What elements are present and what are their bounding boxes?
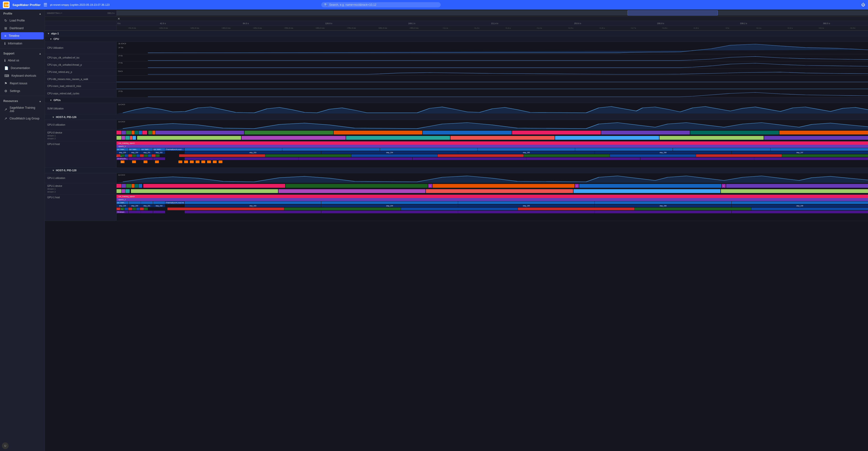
event-block[interactable] bbox=[245, 131, 333, 134]
sidebar-item-sagemaker-training[interactable]: ↗ SageMaker Training Job bbox=[1, 104, 44, 114]
epoch1-bar-gpu1[interactable]: epoch_1 bbox=[117, 198, 868, 201]
event-block[interactable] bbox=[451, 136, 554, 140]
step-block[interactable] bbox=[321, 201, 458, 204]
opt-block[interactable] bbox=[136, 154, 140, 157]
step-block[interactable]: run_traini... bbox=[117, 148, 128, 151]
cpu-group-header[interactable]: ▼ CPU bbox=[45, 36, 868, 42]
gpu0-util-chart[interactable]: 100 bbox=[117, 120, 868, 129]
step-num-block[interactable]: step_237 bbox=[732, 151, 868, 154]
event-block[interactable] bbox=[512, 131, 601, 134]
bwd-block[interactable] bbox=[284, 208, 401, 210]
bwd-block[interactable] bbox=[144, 208, 148, 210]
fwd-block[interactable] bbox=[438, 154, 524, 157]
event-block[interactable] bbox=[334, 131, 422, 134]
bwd-block[interactable] bbox=[524, 154, 610, 157]
sidebar-item-about-us[interactable]: ℹ About us bbox=[1, 57, 44, 64]
profile-chevron[interactable]: ▲ bbox=[39, 12, 41, 15]
step-num-block[interactable]: step_229 bbox=[117, 205, 128, 207]
step-block[interactable] bbox=[153, 201, 165, 204]
event-block[interactable] bbox=[601, 131, 690, 134]
search-input[interactable] bbox=[329, 3, 438, 6]
strategy-block[interactable] bbox=[458, 211, 594, 213]
event-block[interactable] bbox=[117, 136, 121, 140]
n-block[interactable]: n bbox=[428, 184, 432, 188]
bwd-block[interactable] bbox=[132, 208, 136, 210]
event-block[interactable] bbox=[346, 136, 450, 140]
sidebar-item-cloudwatch[interactable]: ↗ CloudWatch Log Group bbox=[1, 115, 44, 122]
step-num-block[interactable]: step_232 bbox=[153, 205, 165, 207]
dataloader-block2[interactable]: [TrainingEpochLoop].train_dataloader_nex… bbox=[165, 201, 184, 204]
optim-block[interactable] bbox=[190, 160, 194, 163]
fwd-block[interactable] bbox=[518, 208, 634, 210]
sidebar-item-keyboard-shortcuts[interactable]: ⌨ Keyboard shortcuts bbox=[1, 72, 44, 79]
step-block[interactable] bbox=[478, 148, 575, 151]
opt-block[interactable] bbox=[401, 208, 518, 210]
n-block2[interactable]: n bbox=[575, 184, 579, 188]
bwd-block[interactable] bbox=[144, 154, 148, 157]
step-num-block[interactable]: step_234 bbox=[321, 205, 458, 207]
event-block[interactable] bbox=[125, 136, 130, 140]
cpu-clk-ref-chart[interactable]: 75 bbox=[117, 54, 868, 61]
strategy-block[interactable] bbox=[129, 211, 141, 213]
strategy-block[interactable] bbox=[141, 157, 153, 160]
event-block[interactable] bbox=[142, 131, 147, 134]
step-block[interactable] bbox=[458, 201, 594, 204]
step-num-block[interactable]: step_230 bbox=[129, 151, 141, 154]
step-num-block[interactable]: step_235 bbox=[458, 205, 594, 207]
host0-group-header[interactable]: ▼ HOST-0, PID-126 bbox=[45, 114, 868, 120]
step-block[interactable]: run_traini... bbox=[153, 148, 165, 151]
event-block[interactable] bbox=[555, 136, 659, 140]
gpu1-host-chart[interactable]: run_training_epoch epoch_1 run_traini...… bbox=[117, 195, 868, 221]
sidebar-item-load-profile[interactable]: ↻ Load Profile bbox=[1, 17, 44, 24]
optim-block[interactable] bbox=[155, 160, 159, 163]
gpu0-host-chart[interactable]: run_training_epoch epoch_1 run_traini...… bbox=[117, 142, 868, 168]
power-icon[interactable]: ⏻ bbox=[861, 3, 865, 7]
bwd-block[interactable]: b... bbox=[121, 154, 124, 157]
event-block[interactable] bbox=[426, 189, 573, 193]
step-num-block[interactable]: step_231 bbox=[141, 151, 153, 154]
optim-block[interactable] bbox=[179, 160, 182, 163]
optim-block[interactable] bbox=[207, 160, 211, 163]
sum-util-chart[interactable]: 100 bbox=[117, 103, 868, 114]
event-block[interactable] bbox=[126, 184, 131, 188]
bwd-block[interactable] bbox=[634, 208, 751, 210]
opt-block[interactable] bbox=[351, 154, 437, 157]
strategy-block[interactable] bbox=[185, 211, 321, 213]
step-block[interactable] bbox=[575, 148, 673, 151]
event-block[interactable] bbox=[659, 136, 764, 140]
strategy-block[interactable] bbox=[299, 157, 412, 160]
event-block[interactable] bbox=[423, 131, 512, 134]
sidebar-item-report-issues[interactable]: ⚑ Report issuus bbox=[1, 80, 44, 87]
gpu1-util-chart[interactable]: 100 bbox=[117, 173, 868, 183]
epoch1-bar-gpu0[interactable]: epoch_1 bbox=[117, 145, 868, 148]
fwd-block[interactable] bbox=[696, 154, 782, 157]
strategy-block[interactable] bbox=[185, 157, 298, 160]
strategy-block[interactable] bbox=[412, 157, 526, 160]
sidebar-item-information[interactable]: ℹ Information bbox=[1, 40, 44, 47]
event-block[interactable] bbox=[286, 184, 428, 188]
step-num-block[interactable]: step_233 bbox=[185, 205, 321, 207]
gpus-group-header[interactable]: ▼ GPUs bbox=[45, 97, 868, 103]
opt-block[interactable] bbox=[125, 154, 128, 157]
step-block[interactable] bbox=[380, 148, 477, 151]
event-block[interactable] bbox=[574, 189, 721, 193]
event-block[interactable] bbox=[117, 131, 121, 134]
event-block[interactable] bbox=[122, 131, 126, 134]
step-block[interactable] bbox=[129, 201, 141, 204]
bwd-block[interactable] bbox=[132, 154, 136, 157]
step-block[interactable]: run_traini... bbox=[141, 148, 153, 151]
step-block[interactable] bbox=[673, 148, 770, 151]
strategy-block[interactable] bbox=[141, 211, 153, 213]
optim-block[interactable] bbox=[184, 160, 188, 163]
close-button[interactable]: ✕ bbox=[118, 17, 120, 21]
event-block[interactable] bbox=[155, 131, 244, 134]
fwd-block[interactable] bbox=[167, 208, 284, 210]
strategy-block[interactable] bbox=[640, 157, 754, 160]
event-block[interactable] bbox=[726, 184, 868, 188]
n-block3[interactable]: n bbox=[722, 184, 726, 188]
step-block[interactable] bbox=[185, 148, 282, 151]
strategy-block[interactable] bbox=[732, 211, 868, 213]
step-num-block[interactable]: step_234 bbox=[321, 151, 458, 154]
event-block[interactable] bbox=[132, 184, 134, 188]
strategy-block[interactable] bbox=[595, 211, 731, 213]
